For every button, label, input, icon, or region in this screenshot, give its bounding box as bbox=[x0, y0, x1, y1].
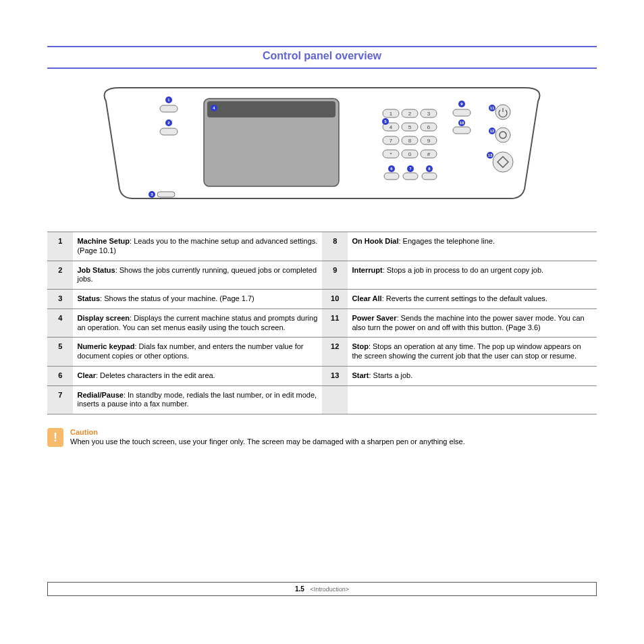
svg-text:8: 8 bbox=[408, 138, 412, 144]
button-interrupt bbox=[453, 109, 471, 116]
footer-section: <Introduction> bbox=[311, 586, 350, 593]
svg-text:12: 12 bbox=[490, 129, 495, 133]
svg-text:2: 2 bbox=[408, 111, 412, 117]
table-row: 1 Machine Setup: Leads you to the machin… bbox=[47, 232, 597, 261]
title-rule-bottom bbox=[47, 68, 597, 69]
svg-text:11: 11 bbox=[490, 106, 495, 110]
table-row: 7 Redial/Pause: In standby mode, redials… bbox=[47, 385, 597, 414]
legend-table: 1 Machine Setup: Leads you to the machin… bbox=[47, 232, 597, 414]
svg-text:1: 1 bbox=[390, 111, 393, 117]
button-redial-pause bbox=[403, 173, 418, 180]
svg-text:5: 5 bbox=[408, 124, 412, 130]
svg-text:#: # bbox=[427, 151, 431, 157]
button-status bbox=[157, 192, 175, 197]
caution-block: ! Caution When you use the touch screen,… bbox=[47, 428, 597, 447]
caution-icon: ! bbox=[47, 428, 63, 447]
footer-page: 1.5 bbox=[295, 585, 304, 593]
button-stop bbox=[495, 128, 510, 142]
svg-text:3: 3 bbox=[427, 111, 431, 117]
table-row: 3 Status: Shows the status of your machi… bbox=[47, 290, 597, 309]
svg-text:10: 10 bbox=[460, 121, 464, 125]
svg-text:9: 9 bbox=[427, 138, 431, 144]
caution-heading: Caution bbox=[70, 428, 465, 436]
svg-text:7: 7 bbox=[390, 138, 393, 144]
button-clear bbox=[384, 173, 399, 180]
page-footer: 1.5 <Introduction> bbox=[47, 582, 597, 596]
title-rule-top bbox=[47, 46, 597, 47]
button-machine-setup bbox=[160, 105, 178, 112]
button-start bbox=[493, 152, 513, 172]
control-panel-figure: 1 2 3 4 1 2 3 4 5 6 7 8 bbox=[47, 74, 597, 211]
control-panel-svg: 1 2 3 4 1 2 3 4 5 6 7 8 bbox=[92, 74, 552, 209]
table-row: 5 Numeric keypad: Dials fax number, and … bbox=[47, 338, 597, 367]
svg-text:4: 4 bbox=[390, 124, 393, 130]
caution-body: When you use the touch screen, use your … bbox=[70, 437, 465, 446]
svg-text:13: 13 bbox=[488, 153, 493, 157]
display-screen-header bbox=[207, 101, 336, 117]
button-on-hook-dial bbox=[422, 173, 437, 180]
page-title: Control panel overview bbox=[47, 50, 597, 62]
table-row: 4 Display screen: Displays the current m… bbox=[47, 308, 597, 338]
svg-text:0: 0 bbox=[408, 151, 412, 157]
button-clear-all bbox=[453, 127, 471, 134]
table-row: 2 Job Status: Shows the jobs currently r… bbox=[47, 261, 597, 290]
table-row: 6 Clear: Deletes characters in the edit … bbox=[47, 366, 597, 385]
button-job-status bbox=[160, 128, 178, 135]
svg-text:*: * bbox=[390, 151, 392, 157]
svg-text:6: 6 bbox=[427, 124, 431, 130]
